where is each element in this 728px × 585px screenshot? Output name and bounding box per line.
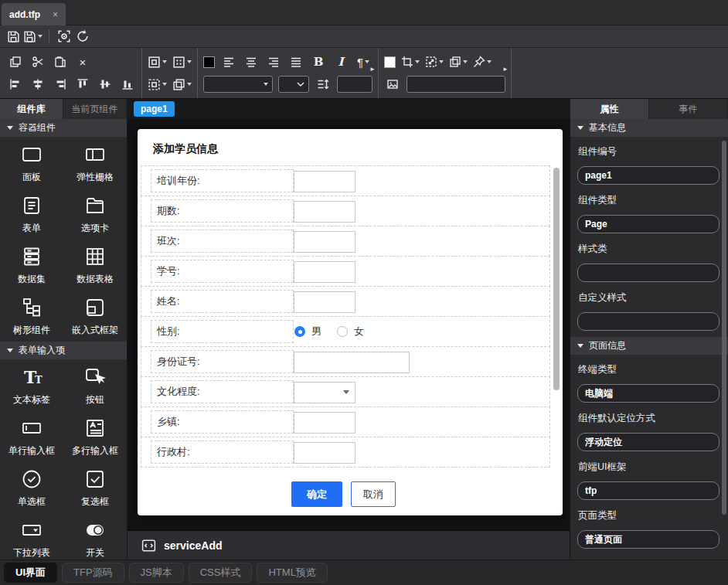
- border-button[interactable]: [148, 53, 167, 70]
- section-page-info[interactable]: 页面信息: [570, 337, 728, 355]
- ui-framework-input[interactable]: [577, 481, 719, 500]
- file-tab[interactable]: add.tfp ×: [2, 3, 66, 26]
- form-row[interactable]: 性别: 男 女: [141, 316, 550, 347]
- form-row[interactable]: 学号:: [141, 256, 550, 287]
- text-align-left-button[interactable]: [220, 53, 237, 70]
- style-class-input[interactable]: [577, 264, 719, 282]
- line-height-button[interactable]: [315, 76, 332, 93]
- service-item-bar[interactable]: serviceAdd: [128, 530, 570, 559]
- bold-button[interactable]: B: [310, 53, 327, 70]
- tab-tfp-source[interactable]: TFP源码: [62, 563, 124, 583]
- component-single-line-input[interactable]: 单行输入框: [0, 411, 63, 462]
- preview-button[interactable]: [56, 28, 73, 45]
- font-color-swatch[interactable]: [203, 56, 215, 68]
- confirm-button[interactable]: 确定: [291, 481, 342, 507]
- component-flex-grid[interactable]: 弹性栅格: [63, 138, 127, 189]
- close-icon[interactable]: ×: [53, 9, 58, 20]
- properties-scrollbar[interactable]: [722, 141, 726, 515]
- font-family-select[interactable]: [203, 76, 273, 93]
- text-justify-button[interactable]: [287, 53, 304, 70]
- image-url-input[interactable]: [407, 76, 505, 93]
- form-row[interactable]: 身份证号:: [141, 346, 550, 377]
- page-type-input[interactable]: [577, 530, 719, 549]
- field-label[interactable]: 班次:: [151, 230, 294, 253]
- component-switch[interactable]: 开关: [63, 513, 127, 559]
- component-checkbox[interactable]: 复选框: [63, 462, 127, 513]
- font-size-select[interactable]: [278, 76, 309, 93]
- section-container-components[interactable]: 容器组件: [0, 119, 127, 138]
- component-button[interactable]: 按钮: [63, 360, 127, 411]
- field-label[interactable]: 性别:: [151, 320, 294, 343]
- field-label[interactable]: 姓名:: [151, 290, 294, 313]
- component-data-table[interactable]: 数据表格: [63, 240, 127, 291]
- component-tabs[interactable]: 选项卡: [63, 189, 127, 240]
- resize-button[interactable]: [425, 53, 444, 70]
- margin-button[interactable]: [172, 53, 192, 70]
- radio-male[interactable]: [294, 326, 305, 337]
- more-options-icon[interactable]: ►: [369, 66, 376, 73]
- component-tree[interactable]: 树形组件: [0, 291, 63, 342]
- padding-button[interactable]: [148, 76, 167, 93]
- field-label[interactable]: 文化程度:: [151, 380, 294, 403]
- radio-female[interactable]: [337, 326, 348, 337]
- save-button[interactable]: [5, 28, 22, 45]
- delete-button[interactable]: ×: [74, 53, 91, 70]
- text-input[interactable]: [294, 442, 355, 464]
- tab-ui-view[interactable]: UI界面: [4, 563, 57, 583]
- tab-events[interactable]: 事件: [649, 99, 728, 119]
- component-form[interactable]: 表单: [0, 189, 63, 240]
- component-panel[interactable]: 面板: [0, 138, 63, 189]
- tab-current-page-components[interactable]: 当前页组件: [63, 99, 127, 119]
- canvas-scrollbar[interactable]: [553, 168, 560, 390]
- refresh-button[interactable]: [74, 28, 91, 45]
- text-align-right-button[interactable]: [265, 53, 282, 70]
- component-text-label[interactable]: TT 文本标签: [0, 360, 63, 411]
- tab-properties[interactable]: 属性: [570, 99, 649, 119]
- line-height-input[interactable]: [337, 76, 373, 93]
- save-as-button[interactable]: [23, 28, 43, 45]
- cancel-button[interactable]: 取消: [351, 481, 396, 507]
- copy-button[interactable]: [7, 53, 24, 70]
- align-right-button[interactable]: [52, 76, 69, 93]
- group-button[interactable]: [449, 53, 468, 70]
- field-label[interactable]: 行政村:: [151, 440, 294, 464]
- form-row[interactable]: 期数:: [141, 196, 550, 226]
- terminal-type-input[interactable]: [577, 384, 719, 403]
- align-center-button[interactable]: [29, 76, 46, 93]
- field-label[interactable]: 乡镇:: [151, 410, 294, 434]
- select-input[interactable]: [294, 382, 355, 403]
- component-id-input[interactable]: [577, 166, 719, 185]
- form-row[interactable]: 班次:: [141, 226, 550, 257]
- component-iframe[interactable]: 嵌入式框架: [63, 291, 127, 342]
- form-row[interactable]: 文化程度:: [141, 376, 550, 407]
- text-input[interactable]: [294, 261, 355, 283]
- text-input[interactable]: [294, 201, 355, 223]
- tab-html-preview[interactable]: HTML预览: [257, 563, 327, 583]
- layer-order-button[interactable]: [172, 76, 192, 93]
- text-input[interactable]: [294, 171, 355, 192]
- text-input[interactable]: [294, 291, 355, 313]
- background-color-swatch[interactable]: [384, 56, 396, 68]
- field-label[interactable]: 培训年份:: [151, 169, 294, 192]
- text-align-center-button[interactable]: [243, 53, 260, 70]
- component-multi-line-input[interactable]: 多行输入框: [63, 411, 127, 462]
- more-options-icon[interactable]: ►: [502, 66, 509, 73]
- default-position-input[interactable]: [577, 433, 719, 451]
- text-input[interactable]: [294, 412, 355, 434]
- field-label[interactable]: 期数:: [151, 199, 294, 223]
- text-input[interactable]: [294, 352, 410, 373]
- align-bottom-button[interactable]: [119, 76, 136, 93]
- cut-button[interactable]: [29, 53, 46, 70]
- paste-button[interactable]: [52, 53, 69, 70]
- section-form-inputs[interactable]: 表单输入项: [0, 342, 127, 360]
- radio-female-label[interactable]: 女: [354, 325, 364, 338]
- text-input[interactable]: [294, 231, 355, 253]
- form-row[interactable]: 行政村:: [141, 437, 550, 468]
- section-basic-info[interactable]: 基本信息: [570, 119, 728, 138]
- tab-component-library[interactable]: 组件库: [0, 99, 63, 119]
- form-row[interactable]: 培训年份:: [141, 165, 550, 196]
- component-dataset[interactable]: 数据集: [0, 240, 63, 291]
- tab-css-style[interactable]: CSS样式: [189, 563, 253, 583]
- align-left-button[interactable]: [7, 76, 24, 93]
- custom-style-input[interactable]: [577, 312, 719, 331]
